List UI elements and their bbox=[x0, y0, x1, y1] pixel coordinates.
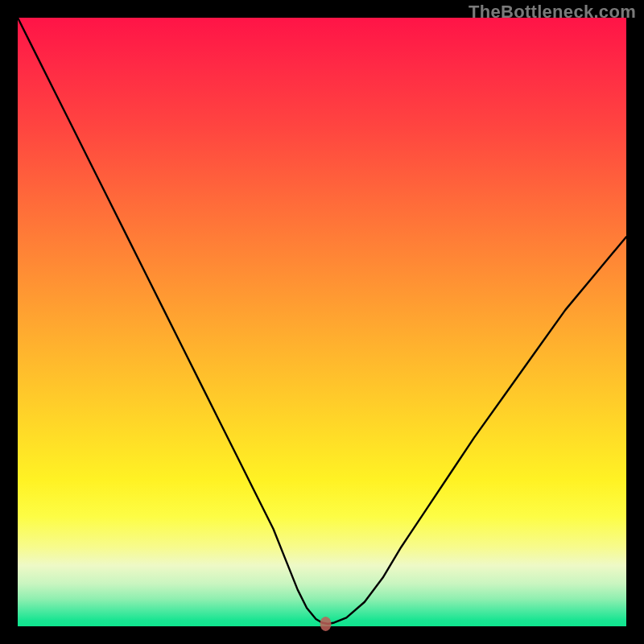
plot-area bbox=[18, 18, 626, 626]
chart-frame: TheBottleneck.com bbox=[0, 0, 644, 644]
optimum-marker bbox=[320, 617, 332, 631]
bottleneck-curve bbox=[18, 18, 626, 626]
curve-line bbox=[18, 18, 626, 624]
